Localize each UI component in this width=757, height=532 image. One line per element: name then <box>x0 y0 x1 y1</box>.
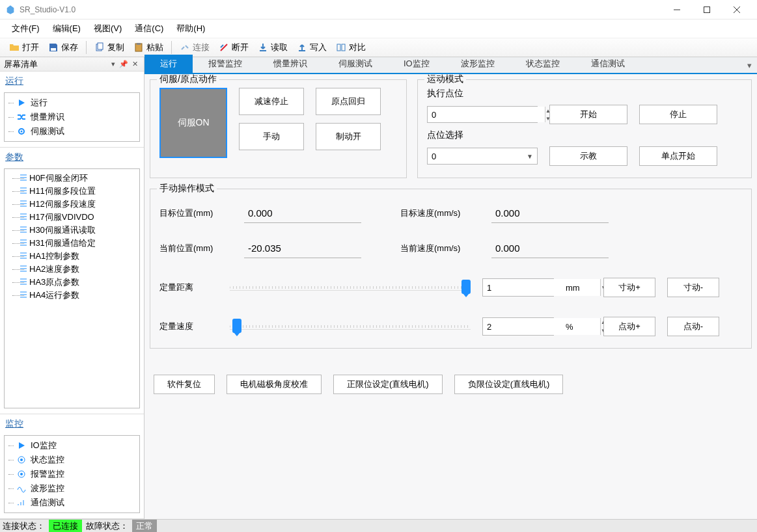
status-bar: 连接状态： 已连接 故障状态： 正常 <box>0 519 757 532</box>
list-icon <box>19 199 28 208</box>
param-item[interactable]: H11伺服多段位置 <box>5 185 139 198</box>
stop-button[interactable]: 停止 <box>639 105 717 124</box>
toolbar-read[interactable]: 读取 <box>254 40 292 55</box>
toolbar-copy[interactable]: 复制 <box>90 40 128 55</box>
close-panel-icon[interactable]: ✕ <box>130 60 140 68</box>
exec-point-input[interactable]: ▲▼ <box>427 106 538 123</box>
param-item[interactable]: H30伺服通讯读取 <box>5 224 139 237</box>
menu-help[interactable]: 帮助(H) <box>171 20 210 37</box>
target-spd-input[interactable] <box>491 204 609 223</box>
wave-icon <box>16 483 27 494</box>
menu-file[interactable]: 文件(F) <box>7 20 45 37</box>
content-area: 运行 报警监控 惯量辨识 伺服测试 IO监控 波形监控 状态监控 通信测试 ▾ … <box>145 57 757 519</box>
spd-label: 定量速度 <box>159 321 218 332</box>
param-item[interactable]: HA3原点参数 <box>5 276 139 289</box>
toolbar-connect[interactable]: 连接 <box>176 40 213 55</box>
cur-pos-input[interactable] <box>244 239 361 258</box>
brake-on-button[interactable]: 制动开 <box>316 123 381 150</box>
point-select-dropdown[interactable]: 0▼ <box>427 148 538 165</box>
single-start-button[interactable]: 单点开始 <box>639 146 717 166</box>
param-item[interactable]: HA1控制参数 <box>5 250 139 263</box>
tree-item-wave[interactable]: 波形监控 <box>5 481 139 496</box>
tree-item-run[interactable]: 运行 <box>5 96 139 110</box>
app-logo-icon <box>5 5 16 15</box>
param-item[interactable]: H31伺服通信给定 <box>5 237 139 250</box>
origin-return-button[interactable]: 原点回归 <box>316 88 381 115</box>
tree-item-status[interactable]: 状态监控 <box>5 453 139 467</box>
neg-limit-button[interactable]: 负限位设定(直线电机) <box>454 375 564 394</box>
servo-on-button[interactable]: 伺服ON <box>159 88 227 158</box>
pos-limit-button[interactable]: 正限位设定(直线电机) <box>333 375 443 394</box>
menu-view[interactable]: 视图(V) <box>89 20 127 37</box>
tab-servotest[interactable]: 伺服测试 <box>323 55 388 73</box>
tree-item-servotest[interactable]: 伺服测试 <box>5 124 139 139</box>
tree-item-commtest[interactable]: 通信测试 <box>5 496 139 510</box>
toolbar-write[interactable]: 写入 <box>293 40 331 55</box>
toolbar-open[interactable]: 打开 <box>5 40 43 55</box>
signal-icon <box>16 498 27 508</box>
sidebar-run-title[interactable]: 运行 <box>0 72 144 91</box>
sidebar-param-title[interactable]: 参数 <box>0 148 144 167</box>
teach-button[interactable]: 示教 <box>549 146 627 166</box>
tab-wave[interactable]: 波形监控 <box>445 55 510 73</box>
spd-slider[interactable] <box>230 325 471 328</box>
spd-value-input[interactable]: ▲▼ <box>482 317 554 336</box>
cur-spd-input[interactable] <box>491 239 609 258</box>
tab-status[interactable]: 状态监控 <box>510 55 575 73</box>
dropdown-icon[interactable]: ▾ <box>109 60 117 68</box>
gear-icon <box>16 126 27 137</box>
svg-rect-8 <box>137 43 141 45</box>
param-item[interactable]: HA2速度参数 <box>5 263 139 276</box>
toolbar-compare[interactable]: 对比 <box>332 40 370 55</box>
toolbar-disconnect[interactable]: 断开 <box>215 40 253 55</box>
target-pos-label: 目标位置(mm) <box>159 207 238 219</box>
svg-rect-1 <box>704 7 710 12</box>
param-item[interactable]: H0F伺服全闭环 <box>5 172 139 185</box>
tab-overflow-icon[interactable]: ▾ <box>742 58 757 73</box>
tree-item-io[interactable]: IO监控 <box>5 438 139 453</box>
jog-plus-button[interactable]: 寸动+ <box>603 278 655 297</box>
maximize-button[interactable] <box>692 0 722 20</box>
conn-status-value: 已连接 <box>49 520 82 533</box>
cur-pos-label: 当前位置(mm) <box>159 243 238 254</box>
toolbar-save[interactable]: 保存 <box>44 40 82 55</box>
tab-io[interactable]: IO监控 <box>388 55 445 73</box>
menu-comm[interactable]: 通信(C) <box>130 20 169 37</box>
param-item[interactable]: H12伺服多段速度 <box>5 198 139 211</box>
tab-bar: 运行 报警监控 惯量辨识 伺服测试 IO监控 波形监控 状态监控 通信测试 ▾ <box>145 57 757 74</box>
target-spd-label: 目标速度(mm/s) <box>400 207 485 219</box>
close-button[interactable] <box>722 0 752 20</box>
list-icon <box>19 277 28 286</box>
manual-button[interactable]: 手动 <box>239 123 304 150</box>
pole-calib-button[interactable]: 电机磁极角度校准 <box>227 375 322 394</box>
dist-value-input[interactable]: ▼ <box>482 278 554 297</box>
pin-icon[interactable]: 📌 <box>117 60 130 68</box>
spd-unit: % <box>566 322 592 332</box>
sidebar-monitor-title[interactable]: 监控 <box>0 414 144 434</box>
dist-slider[interactable] <box>230 286 471 289</box>
menu-edit[interactable]: 编辑(E) <box>48 20 86 37</box>
soft-reset-button[interactable]: 软件复位 <box>154 375 215 394</box>
exec-point-label: 执行点位 <box>427 88 742 100</box>
list-icon <box>19 290 28 299</box>
tree-item-inertia[interactable]: 惯量辨识 <box>5 110 139 124</box>
target-pos-input[interactable] <box>244 204 361 223</box>
fault-status-label: 故障状态： <box>86 520 128 532</box>
jog-minus-button[interactable]: 寸动- <box>667 278 719 297</box>
minimize-button[interactable] <box>662 0 692 20</box>
tree-item-alarm[interactable]: 报警监控 <box>5 467 139 481</box>
start-button[interactable]: 开始 <box>549 105 627 124</box>
run-plus-button[interactable]: 点动+ <box>603 317 655 336</box>
decel-stop-button[interactable]: 减速停止 <box>239 88 304 115</box>
tab-inertia[interactable]: 惯量辨识 <box>258 55 323 73</box>
toolbar-paste[interactable]: 粘贴 <box>130 40 167 55</box>
run-minus-button[interactable]: 点动- <box>667 317 719 336</box>
param-item[interactable]: HA4运行参数 <box>5 289 139 302</box>
param-item[interactable]: H17伺服VDIVDO <box>5 211 139 224</box>
tab-run[interactable]: 运行 <box>145 55 193 73</box>
svg-rect-11 <box>337 44 340 51</box>
tab-commtest[interactable]: 通信测试 <box>575 55 640 73</box>
tab-alarm[interactable]: 报警监控 <box>193 55 258 73</box>
download-icon <box>258 42 268 53</box>
toolbar-separator <box>171 41 172 54</box>
